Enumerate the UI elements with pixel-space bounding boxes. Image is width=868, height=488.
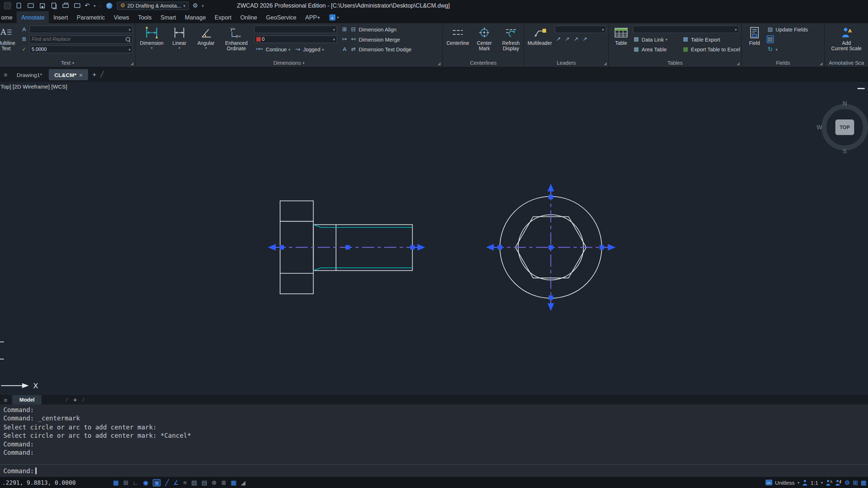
tab-views[interactable]: Views bbox=[109, 11, 133, 23]
panel-label-annotative-scale[interactable]: Annotative Sca bbox=[825, 59, 868, 67]
table-export-button[interactable]: ▦ Table Export bbox=[682, 36, 720, 42]
annotation-scale-caret-icon[interactable]: ▾ bbox=[821, 480, 823, 484]
continue-dimension-icon[interactable]: ↦↦ bbox=[254, 47, 264, 51]
command-input-row[interactable]: Command: bbox=[0, 464, 868, 477]
tab-annotate[interactable]: Annotate bbox=[17, 11, 49, 23]
tab-tools[interactable]: Tools bbox=[133, 11, 156, 23]
continue-caret-icon[interactable]: ▾ bbox=[288, 47, 290, 51]
dynamic-input-icon[interactable]: ∠ bbox=[173, 479, 179, 485]
tab-manage[interactable]: Manage bbox=[180, 11, 210, 23]
auto-add-scale-icon[interactable] bbox=[835, 479, 842, 485]
workspace-switcher[interactable]: ⚙ 2D Drafting & Annota... ▾ bbox=[117, 1, 188, 10]
new-layout-button[interactable]: + bbox=[73, 396, 77, 403]
text-style-combo[interactable]: ▾ bbox=[29, 25, 133, 33]
refresh-fields-caret-icon[interactable]: ▾ bbox=[775, 47, 777, 51]
new-drawing-tab-button[interactable]: + bbox=[93, 71, 97, 78]
collect-leaders-icon[interactable]: ↗ bbox=[581, 37, 588, 42]
jogged-label[interactable]: Jogged bbox=[303, 46, 320, 52]
undo-icon[interactable]: ↶ bbox=[85, 3, 90, 9]
lineweight-icon[interactable]: ≡ bbox=[183, 479, 187, 485]
polar-tracking-icon[interactable]: ◉ bbox=[143, 479, 149, 485]
new-file-button[interactable] bbox=[15, 2, 22, 9]
annotation-monitor-icon[interactable]: ⊕ bbox=[212, 479, 217, 485]
status-grid-screen-icon[interactable]: ▦ bbox=[860, 479, 866, 485]
dimension-text-dodge-button[interactable]: A ⇄ Dimension Text Dodge bbox=[341, 45, 440, 53]
selection-cycling-icon[interactable]: ▤ bbox=[201, 479, 207, 485]
save-as-button[interactable] bbox=[50, 2, 58, 9]
ortho-mode-icon[interactable]: ∟ bbox=[133, 479, 139, 485]
status-settings-gear-icon[interactable]: ⚙ bbox=[844, 479, 850, 485]
panel-label-tables[interactable]: Tables bbox=[609, 59, 741, 67]
data-link-button[interactable]: ▦ Data Link ▾ bbox=[633, 36, 680, 42]
dimension-button[interactable]: Dimension ▾ bbox=[138, 24, 166, 59]
command-window[interactable]: Command: Command: _centermark Select cir… bbox=[0, 404, 868, 477]
centerline-button[interactable]: Centerline bbox=[445, 24, 471, 59]
panel-launcher-icon[interactable]: ◢ bbox=[604, 61, 607, 65]
status-display-icon[interactable]: ⊞ bbox=[853, 479, 858, 485]
panel-launcher-icon[interactable]: ◢ bbox=[131, 61, 133, 65]
layout-tab-menu-icon[interactable]: ≡ bbox=[1, 397, 10, 403]
tab-parametric[interactable]: Parametric bbox=[72, 11, 109, 23]
tab-online[interactable]: Online bbox=[236, 11, 261, 23]
dimension-merge-button[interactable]: ↦ ↤ Dimension Merge bbox=[341, 35, 440, 43]
panel-launcher-icon[interactable]: ◢ bbox=[737, 61, 740, 65]
panel-launcher-icon[interactable]: ◢ bbox=[820, 61, 822, 65]
ribbon-display-caret-icon[interactable]: ▾ bbox=[337, 15, 339, 19]
annotation-visibility-icon[interactable]: A bbox=[826, 479, 832, 485]
model-tab[interactable]: Model bbox=[12, 395, 42, 404]
transparency-icon[interactable]: ▨ bbox=[191, 479, 197, 485]
panel-launcher-icon[interactable]: ◢ bbox=[438, 61, 441, 65]
print-button[interactable] bbox=[61, 2, 69, 9]
enhanced-ordinate-button[interactable]: y=x= EnhancedOrdinate bbox=[220, 24, 252, 59]
settings-gear-icon[interactable]: ⚙ bbox=[192, 3, 198, 9]
area-table-button[interactable]: ▦ Area Table bbox=[633, 46, 680, 52]
dim-layer-combo[interactable]: 0▾ bbox=[254, 35, 337, 43]
annotation-scale-label[interactable]: 1:1 bbox=[810, 479, 818, 485]
refresh-fields-icon[interactable]: ↻ bbox=[767, 46, 774, 52]
field-button[interactable]: Field bbox=[744, 24, 765, 59]
add-current-scale-button[interactable]: A AddCurrent Scale bbox=[829, 24, 864, 59]
panel-label-centerlines[interactable]: Centerlines bbox=[443, 59, 523, 67]
refresh-display-button[interactable]: RefreshDisplay bbox=[498, 24, 524, 59]
multiline-text-button[interactable]: A MultilineText bbox=[0, 24, 19, 59]
tab-smart[interactable]: Smart bbox=[156, 11, 180, 23]
object-snap-tracking-icon[interactable]: ╱ bbox=[165, 479, 169, 485]
view-cube-west[interactable]: W bbox=[817, 124, 822, 130]
tab-app-plus[interactable]: APP+ bbox=[301, 11, 325, 23]
tab-geoservice[interactable]: GeoService bbox=[261, 11, 301, 23]
view-cube-top-button[interactable]: TOP bbox=[835, 120, 854, 135]
align-leaders-icon[interactable]: ↗ bbox=[573, 37, 580, 42]
grid-display-icon[interactable]: ▦ bbox=[113, 479, 119, 485]
table-button[interactable]: Table bbox=[611, 24, 631, 59]
drawing-canvas[interactable]: Top] [2D Wireframe] [WCS] bbox=[0, 82, 868, 395]
save-button[interactable] bbox=[38, 2, 46, 9]
plot-preview-button[interactable] bbox=[73, 2, 81, 9]
search-icon[interactable] bbox=[125, 37, 131, 42]
panel-label-fields[interactable]: Fields bbox=[742, 59, 824, 67]
units-caret-icon[interactable]: ▾ bbox=[797, 480, 799, 484]
tab-home[interactable]: ome bbox=[0, 11, 17, 23]
units-label[interactable]: Unitless bbox=[775, 479, 795, 485]
multileader-style-combo[interactable]: ▾ bbox=[555, 25, 606, 33]
dim-style-combo[interactable]: ▾ bbox=[254, 25, 337, 33]
center-mark-button[interactable]: CenterMark bbox=[472, 24, 497, 59]
multileader-button[interactable]: Multileader bbox=[527, 24, 553, 59]
snap-mode-icon[interactable]: ⊞ bbox=[123, 479, 128, 485]
object-snap-icon[interactable]: ▣ bbox=[153, 479, 161, 486]
app-menu-button[interactable] bbox=[3, 2, 11, 9]
text-height-combo[interactable]: 5.0000▾ bbox=[29, 46, 133, 53]
jogged-caret-icon[interactable]: ▾ bbox=[322, 47, 324, 51]
export-table-excel-button[interactable]: ▦ Export Table to Excel bbox=[682, 46, 740, 52]
ucs-icon[interactable]: X bbox=[0, 342, 38, 390]
open-file-button[interactable] bbox=[26, 2, 34, 9]
tab-export[interactable]: Export bbox=[210, 11, 236, 23]
doc-tab-clcm[interactable]: CL&CM* × bbox=[49, 69, 88, 80]
ribbon-display-button[interactable]: ▴ bbox=[329, 14, 335, 20]
find-replace-input[interactable] bbox=[31, 37, 125, 42]
jogged-dimension-icon[interactable]: ↝ bbox=[294, 47, 302, 52]
model-paper-toggle-icon[interactable]: ▦ bbox=[231, 479, 237, 485]
view-cube[interactable]: N S W E TOP bbox=[819, 102, 868, 153]
tab-insert[interactable]: Insert bbox=[49, 11, 72, 23]
find-replace-box[interactable] bbox=[29, 35, 133, 43]
add-leader-icon[interactable]: ↗ bbox=[555, 37, 562, 42]
